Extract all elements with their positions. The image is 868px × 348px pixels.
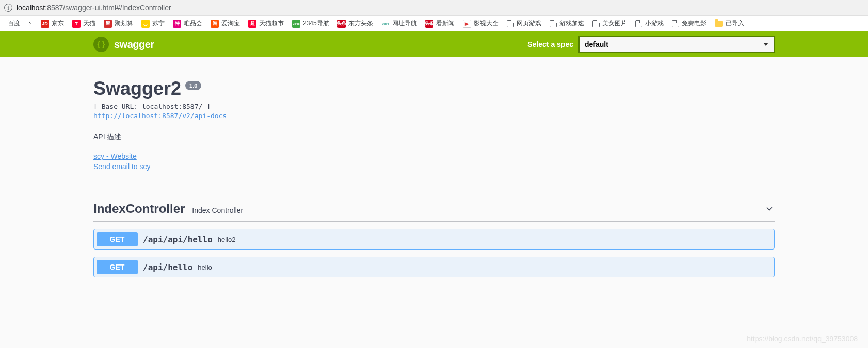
api-description: API 描述 (93, 132, 775, 142)
swagger-logo-icon: { } (93, 37, 109, 52)
tag-header[interactable]: IndexController Index Controller (93, 196, 775, 222)
operation-description: hello (198, 263, 212, 271)
url-port: :8587 (45, 4, 63, 12)
bookmark-item[interactable]: 百度一下 (5, 18, 35, 29)
bookmark-item[interactable]: 已导入 (712, 18, 747, 29)
bookmark-item[interactable]: 网页游戏 (504, 18, 544, 29)
bookmark-favicon: 超 (248, 20, 256, 28)
contact-email-link[interactable]: Send email to scy (93, 162, 775, 171)
bookmark-item[interactable]: 小游戏 (633, 18, 666, 29)
bookmark-favicon: 头条 (337, 20, 346, 28)
bookmark-favicon: 淘 (211, 20, 219, 28)
swagger-logo[interactable]: { } swagger (93, 37, 154, 52)
version-badge: 1.0 (185, 81, 201, 90)
tag-description: Index Controller (192, 206, 243, 214)
bookmark-label: 网址导航 (392, 19, 417, 28)
bookmark-item[interactable]: 免费电影 (669, 18, 709, 29)
page-icon (635, 20, 642, 27)
bookmark-label: 唯品会 (184, 19, 202, 28)
api-title: Swagger2 (93, 78, 181, 100)
bookmark-item[interactable]: T天猫 (70, 18, 98, 29)
bookmark-item[interactable]: ◡苏宁 (139, 18, 167, 29)
bookmark-label: 苏宁 (152, 19, 165, 28)
url-text[interactable]: localhost:8587/swagger-ui.html#/IndexCon… (17, 4, 171, 12)
bookmark-label: 免费电影 (682, 19, 706, 28)
page-icon (592, 20, 600, 27)
contact-website-link[interactable]: scy - Website (93, 152, 775, 160)
page-icon (672, 20, 679, 27)
operation-block[interactable]: GET /api/api/hello hello2 (93, 229, 775, 250)
bookmark-label: 京东 (52, 19, 64, 28)
url-host: localhost (17, 4, 45, 12)
operation-description: hello2 (218, 236, 236, 243)
bookmark-item[interactable]: 头条看新闻 (423, 18, 457, 29)
site-info-icon[interactable]: i (4, 4, 12, 12)
chevron-down-icon (764, 204, 775, 214)
bookmark-item[interactable]: 23452345导航 (290, 18, 332, 29)
operation-path: /api/hello (143, 262, 192, 272)
page-icon (507, 20, 514, 27)
bookmarks-bar: 百度一下JD京东T天猫聚聚划算◡苏宁特唯品会淘爱淘宝超天猫超市23452345导… (0, 16, 868, 31)
page-icon (550, 20, 557, 27)
bookmark-favicon: ◡ (141, 20, 150, 28)
bookmark-item[interactable]: ▶影视大全 (460, 18, 501, 29)
operation-block[interactable]: GET /api/hello hello (93, 257, 775, 277)
bookmark-favicon: 聚 (104, 20, 112, 28)
bookmark-label: 百度一下 (8, 19, 33, 28)
bookmark-label: 爱淘宝 (221, 19, 240, 28)
bookmark-item[interactable]: 美女图片 (590, 18, 630, 29)
spec-label: Select a spec (527, 40, 573, 48)
http-method-badge: GET (97, 260, 138, 274)
bookmark-label: 2345导航 (303, 19, 329, 28)
bookmark-favicon: 2345 (292, 20, 300, 28)
base-url: [ Base URL: localhost:8587/ ] (93, 103, 775, 110)
bookmark-item[interactable]: 聚聚划算 (101, 18, 136, 29)
bookmark-item[interactable]: 淘爱淘宝 (208, 18, 243, 29)
folder-icon (715, 21, 723, 27)
http-method-badge: GET (97, 232, 138, 246)
bookmark-item[interactable]: 7654网址导航 (379, 18, 420, 29)
spec-select[interactable]: default (578, 36, 775, 53)
bookmark-favicon: T (72, 20, 81, 28)
operation-summary[interactable]: GET /api/api/hello hello2 (94, 229, 774, 249)
operation-path: /api/api/hello (143, 235, 213, 244)
bookmark-label: 美女图片 (602, 19, 627, 28)
bookmark-label: 游戏加速 (559, 19, 584, 28)
bookmark-label: 聚划算 (115, 19, 133, 28)
bookmark-favicon: 7654 (381, 20, 390, 28)
bookmark-item[interactable]: 特唯品会 (170, 18, 205, 29)
tag-name: IndexController (93, 202, 185, 216)
bookmark-favicon: JD (41, 20, 49, 28)
tag-section: IndexController Index Controller GET /ap… (93, 196, 775, 277)
bookmark-favicon: 特 (173, 20, 181, 28)
spec-selector: Select a spec default (527, 36, 775, 53)
browser-address-bar: i localhost:8587/swagger-ui.html#/IndexC… (0, 0, 868, 16)
bookmark-favicon: 头条 (425, 20, 433, 28)
operation-summary[interactable]: GET /api/hello hello (94, 257, 774, 277)
bookmark-label: 小游戏 (645, 19, 664, 28)
api-docs-link[interactable]: http://localhost:8587/v2/api-docs (93, 112, 227, 120)
swagger-topbar: { } swagger Select a spec default (0, 31, 868, 57)
bookmark-label: 东方头条 (348, 19, 373, 28)
swagger-logo-text: swagger (114, 39, 154, 51)
bookmark-label: 已导入 (726, 19, 744, 28)
bookmark-item[interactable]: 超天猫超市 (246, 18, 286, 29)
bookmark-label: 天猫 (83, 19, 95, 28)
url-path: /swagger-ui.html#/IndexController (63, 4, 171, 12)
main-content: Swagger2 1.0 [ Base URL: localhost:8587/… (93, 57, 775, 298)
bookmark-item[interactable]: JD京东 (38, 18, 67, 29)
bookmark-favicon: ▶ (463, 20, 471, 28)
bookmark-label: 看新闻 (436, 19, 455, 28)
bookmark-item[interactable]: 头条东方头条 (335, 18, 376, 29)
bookmark-label: 天猫超市 (259, 19, 284, 28)
bookmark-label: 影视大全 (474, 19, 499, 28)
bookmark-item[interactable]: 游戏加速 (547, 18, 587, 29)
bookmark-label: 网页游戏 (517, 19, 541, 28)
